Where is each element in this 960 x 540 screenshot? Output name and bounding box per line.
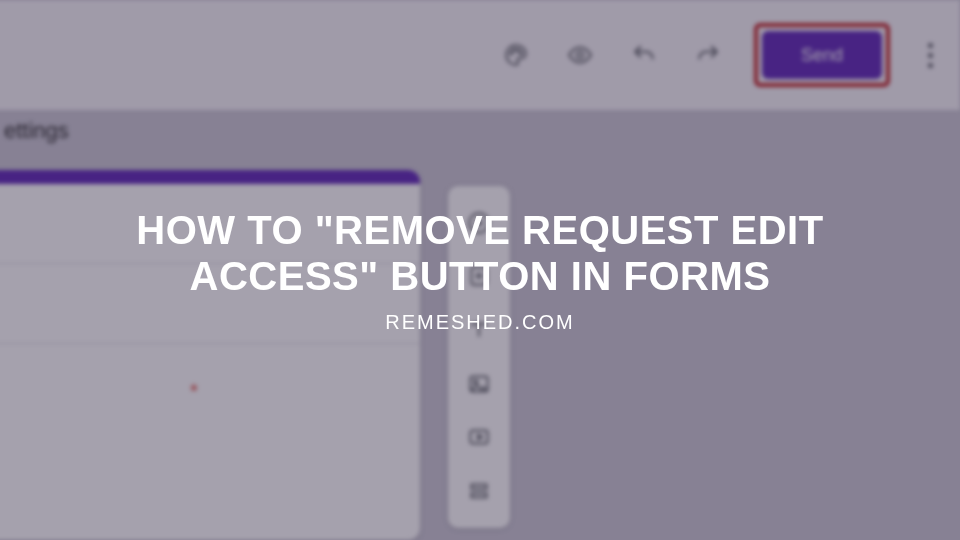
overlay-text-wrap: HOW TO "REMOVE REQUEST EDIT ACCESS" BUTT… <box>0 0 960 540</box>
overlay-subline: REMESHED.COM <box>385 311 575 334</box>
overlay-headline: HOW TO "REMOVE REQUEST EDIT ACCESS" BUTT… <box>60 207 900 299</box>
screenshot-stage: Send ettings * <box>0 0 960 540</box>
